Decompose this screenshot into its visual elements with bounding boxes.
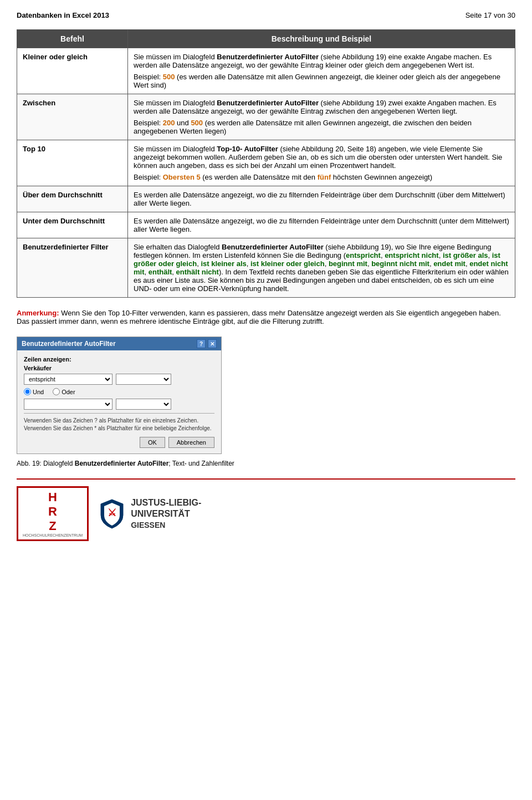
command-cell: Benutzerdefinierter Filter: [17, 238, 128, 298]
dialog-close-btn[interactable]: ✕: [208, 339, 217, 348]
caption-bold: Benutzerdefinierter AutoFilter: [75, 460, 169, 467]
dialog-title: Benutzerdefinierter AutoFilter: [22, 340, 116, 348]
page-header: Datenbanken in Excel 2013 Seite 17 von 3…: [17, 11, 515, 19]
desc-para: Es werden alle Datensätze angezeigt, wo …: [134, 191, 509, 207]
table-row: Benutzerdefinierter Filter Sie erhalten …: [17, 238, 515, 298]
condition-row-2: [24, 399, 214, 410]
anmerkung-label: Anmerkung:: [17, 309, 59, 317]
command-cell: Kleiner oder gleich: [17, 48, 128, 94]
hrz-subtitle: HOCHSCHULRECHENZENTRUM: [23, 533, 83, 537]
dialog-screenshot: Benutzerdefinierter AutoFilter ? ✕ Zeile…: [17, 337, 222, 454]
hint-line-2: Verwenden Sie das Zeichen * als Platzhal…: [24, 425, 214, 432]
footer: H R Z HOCHSCHULRECHENZENTRUM ⚔ JUSTUS-LI…: [17, 478, 515, 541]
document-title: Datenbanken in Excel 2013: [17, 11, 109, 19]
table-row: Top 10 Sie müssen im Dialogfeld Top-10- …: [17, 140, 515, 186]
radio-oder[interactable]: Oder: [53, 388, 75, 395]
condition-row-1: entspricht: [24, 374, 214, 385]
description-cell: Es werden alle Datensätze angezeigt, wo …: [128, 186, 515, 212]
caption-prefix: Abb. 19:: [17, 460, 42, 467]
zeilen-label: Zeilen anzeigen:: [24, 356, 214, 363]
uni-name-line2: UNIVERSITÄT: [131, 508, 201, 520]
radio-und[interactable]: Und: [24, 388, 44, 395]
field-label: Verkäufer: [24, 365, 214, 371]
command-cell: Unter dem Durchschnitt: [17, 212, 128, 238]
table-row: Zwischen Sie müssen im Dialogfeld Benutz…: [17, 94, 515, 140]
col-beschreibung-header: Beschreibung und Beispiel: [128, 30, 515, 48]
und-label: Und: [33, 389, 44, 395]
university-shield: ⚔: [100, 498, 124, 529]
main-table: Befehl Beschreibung und Beispiel Kleiner…: [17, 29, 515, 298]
command-cell: Zwischen: [17, 94, 128, 140]
footer-uni: ⚔ JUSTUS-LIEBIG- UNIVERSITÄT GIESSEN: [100, 497, 201, 531]
hrz-r: R: [48, 505, 57, 519]
description-cell: Sie müssen im Dialogfeld Benutzerdefinie…: [128, 94, 515, 140]
ok-button[interactable]: OK: [140, 437, 165, 448]
anmerkung-text: Wenn Sie den Top 10-Filter verwenden, ka…: [17, 309, 501, 325]
oder-label: Oder: [62, 389, 75, 395]
desc-example: Beispiel: 500 (es werden alle Datensätze…: [134, 73, 509, 89]
svg-text:⚔: ⚔: [108, 507, 116, 518]
desc-para: Sie erhalten das Dialogfeld Benutzerdefi…: [134, 243, 509, 293]
anmerkung-section: Anmerkung: Wenn Sie den Top 10-Filter ve…: [17, 309, 515, 325]
dialog-hint: Verwenden Sie das Zeichen ? als Platzhal…: [24, 413, 214, 432]
dialog-titlebar: Benutzerdefinierter AutoFilter ? ✕: [17, 337, 221, 350]
table-row: Kleiner oder gleich Sie müssen im Dialog…: [17, 48, 515, 94]
abbrechen-button[interactable]: Abbrechen: [168, 437, 214, 448]
dialog-titlebar-controls: ? ✕: [197, 339, 217, 348]
radio-row: Und Oder: [24, 388, 214, 395]
hrz-z: Z: [49, 519, 56, 533]
description-cell: Es werden alle Datensätze angezeigt, wo …: [128, 212, 515, 238]
condition-select-1[interactable]: entspricht: [24, 374, 112, 385]
command-cell: Top 10: [17, 140, 128, 186]
hrz-h: H: [48, 490, 57, 505]
uni-name-line1: JUSTUS-LIEBIG-: [131, 497, 201, 509]
figure-caption: Abb. 19: Dialogfeld Benutzerdefinierter …: [17, 460, 515, 467]
description-cell: Sie erhalten das Dialogfeld Benutzerdefi…: [128, 238, 515, 298]
value-select-2[interactable]: [116, 399, 171, 410]
col-befehl-header: Befehl: [17, 30, 128, 48]
dialog-buttons: OK Abbrechen: [24, 437, 214, 448]
table-row: Unter dem Durchschnitt Es werden alle Da…: [17, 212, 515, 238]
table-row: Über dem Durchschnitt Es werden alle Dat…: [17, 186, 515, 212]
page-number: Seite 17 von 30: [466, 11, 515, 19]
description-cell: Sie müssen im Dialogfeld Top-10- AutoFil…: [128, 140, 515, 186]
hrz-logo: H R Z HOCHSCHULRECHENZENTRUM: [17, 486, 89, 541]
hint-line-1: Verwenden Sie das Zeichen ? als Platzhal…: [24, 417, 214, 425]
caption-text: Dialogfeld: [42, 460, 75, 467]
university-name: JUSTUS-LIEBIG- UNIVERSITÄT GIESSEN: [131, 497, 201, 531]
dialog-help-btn[interactable]: ?: [197, 339, 206, 348]
desc-para: Sie müssen im Dialogfeld Benutzerdefinie…: [134, 53, 509, 69]
desc-para: Sie müssen im Dialogfeld Top-10- AutoFil…: [134, 145, 509, 170]
description-cell: Sie müssen im Dialogfeld Benutzerdefinie…: [128, 48, 515, 94]
command-cell: Über dem Durchschnitt: [17, 186, 128, 212]
desc-example: Beispiel: Obersten 5 (es werden alle Dat…: [134, 173, 509, 181]
uni-city: GIESSEN: [131, 520, 201, 530]
desc-para: Es werden alle Datensätze angezeigt, wo …: [134, 217, 509, 233]
dialog-body: Zeilen anzeigen: Verkäufer entspricht Un…: [17, 350, 221, 453]
desc-para: Sie müssen im Dialogfeld Benutzerdefinie…: [134, 99, 509, 115]
desc-example: Beispiel: 200 und 500 (es werden alle Da…: [134, 119, 509, 135]
caption-suffix: ; Text- und Zahlenfilter: [168, 460, 234, 467]
condition-select-2[interactable]: [24, 399, 112, 410]
value-select-1[interactable]: [116, 374, 171, 385]
